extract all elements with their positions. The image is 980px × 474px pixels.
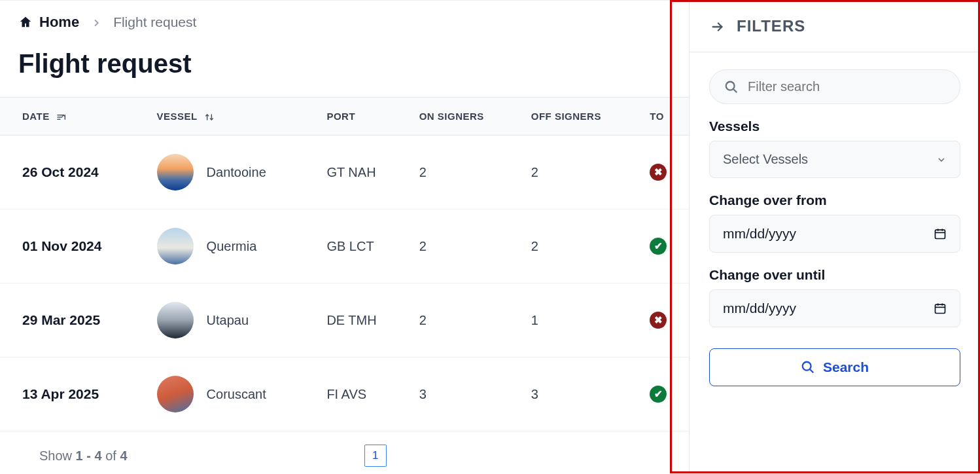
cell-date: 26 Oct 2024	[0, 136, 147, 210]
status-badge: ✔	[650, 386, 667, 403]
cell-date: 29 Mar 2025	[0, 283, 147, 357]
change-over-until-label: Change over until	[709, 267, 960, 283]
svg-point-3	[803, 362, 811, 371]
table-row[interactable]: 01 Nov 2024 Quermia GB LCT 2 2 ✔	[0, 210, 689, 283]
filter-search-box[interactable]	[709, 69, 960, 104]
vessel-name: Coruscant	[207, 387, 266, 402]
table-row[interactable]: 13 Apr 2025 Coruscant FI AVS 3 3 ✔	[0, 357, 689, 431]
cell-port: FI AVS	[316, 357, 408, 431]
filters-header[interactable]: FILTERS	[690, 0, 980, 52]
vessel-avatar	[157, 154, 194, 191]
status-badge: ✖	[650, 312, 667, 329]
filters-title: FILTERS	[737, 17, 805, 35]
cell-on: 2	[409, 283, 521, 357]
cell-vessel: Utapau	[147, 283, 317, 357]
cell-off: 2	[521, 136, 640, 210]
cell-vessel: Quermia	[147, 210, 317, 283]
page-number-button[interactable]: 1	[364, 445, 387, 467]
cell-off: 3	[521, 357, 640, 431]
search-icon	[801, 360, 815, 374]
cell-port: GT NAH	[316, 136, 408, 210]
cell-on: 2	[409, 210, 521, 283]
vessel-name: Dantooine	[207, 165, 266, 180]
cell-port: GB LCT	[316, 210, 408, 283]
cell-on: 3	[409, 357, 521, 431]
vessel-avatar	[157, 302, 194, 338]
filter-search-input[interactable]	[748, 79, 945, 94]
col-on-signers[interactable]: ON SIGNERS	[409, 98, 521, 136]
cell-port: DE TMH	[316, 283, 408, 357]
search-button[interactable]: Search	[709, 348, 960, 386]
change-over-from-input[interactable]: mm/dd/yyyy	[709, 215, 960, 253]
chevron-right-icon	[91, 16, 101, 28]
main-content: Home Flight request Flight request DATE	[0, 0, 689, 473]
svg-point-0	[726, 81, 735, 90]
change-over-from-label: Change over from	[709, 192, 960, 208]
page-title: Flight request	[0, 49, 689, 79]
status-badge: ✔	[650, 238, 667, 255]
vessel-name: Quermia	[207, 239, 257, 254]
svg-rect-2	[936, 304, 945, 313]
col-off-signers[interactable]: OFF SIGNERS	[521, 98, 640, 136]
col-vessel[interactable]: VESSEL	[147, 98, 317, 136]
home-icon	[18, 15, 33, 29]
cell-vessel: Coruscant	[147, 357, 317, 431]
breadcrumb-home-label: Home	[39, 14, 79, 31]
vessels-select[interactable]: Select Vessels	[709, 141, 960, 178]
status-badge: ✖	[650, 164, 667, 181]
arrow-right-icon	[709, 16, 726, 36]
table-row[interactable]: 29 Mar 2025 Utapau DE TMH 2 1 ✖	[0, 283, 689, 357]
pagination-summary: Show 1 - 4 of 4	[39, 448, 128, 464]
vessel-name: Utapau	[207, 313, 249, 328]
filters-panel: FILTERS Vessels Select Vessels Change ov…	[689, 0, 980, 473]
calendar-icon	[934, 302, 947, 315]
change-over-until-input[interactable]: mm/dd/yyyy	[709, 289, 960, 327]
breadcrumb-home[interactable]: Home	[18, 14, 79, 31]
cell-date: 13 Apr 2025	[0, 357, 147, 431]
search-button-label: Search	[823, 359, 869, 375]
cell-off: 2	[521, 210, 640, 283]
vessels-select-value: Select Vessels	[723, 152, 808, 167]
flight-request-table: DATE VESSEL PORT ON SIGNERS OFF SIGNERS	[0, 97, 689, 431]
breadcrumb: Home Flight request	[0, 14, 689, 31]
date-placeholder: mm/dd/yyyy	[723, 226, 796, 242]
cell-on: 2	[409, 136, 521, 210]
search-icon	[724, 80, 739, 94]
svg-rect-1	[936, 230, 945, 238]
calendar-icon	[934, 227, 947, 240]
vessel-avatar	[157, 228, 194, 264]
sort-icon	[56, 111, 67, 122]
cell-date: 01 Nov 2024	[0, 210, 147, 283]
date-placeholder: mm/dd/yyyy	[723, 301, 796, 316]
cell-vessel: Dantooine	[147, 136, 317, 210]
breadcrumb-current: Flight request	[113, 14, 196, 30]
vessel-avatar	[157, 376, 194, 412]
vessels-label: Vessels	[709, 119, 960, 134]
col-to[interactable]: TO	[639, 98, 689, 136]
col-date[interactable]: DATE	[0, 98, 147, 136]
pagination: Show 1 - 4 of 4 1	[0, 431, 689, 473]
chevron-down-icon	[936, 155, 947, 165]
table-row[interactable]: 26 Oct 2024 Dantooine GT NAH 2 2 ✖	[0, 136, 689, 210]
cell-off: 1	[521, 283, 640, 357]
sort-icon	[204, 111, 215, 122]
col-port[interactable]: PORT	[316, 98, 408, 136]
